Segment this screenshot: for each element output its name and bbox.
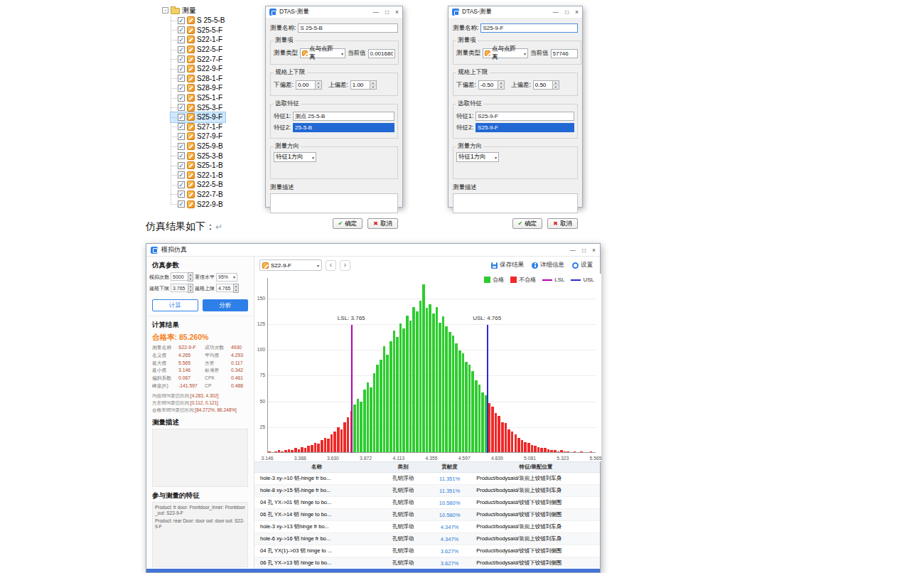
lower-dev-spinner[interactable]: 0.00 ▲▼: [296, 80, 322, 90]
settings-button[interactable]: 设置: [570, 261, 595, 269]
close-button[interactable]: ×: [575, 9, 579, 16]
spinner-arrows-icon[interactable]: ▲▼: [370, 80, 377, 90]
ok-button[interactable]: ✔ 确定: [512, 218, 543, 229]
lower-dev-spinner[interactable]: -0.50 ▲▼: [478, 80, 505, 90]
feature2-input[interactable]: S25-9-F: [476, 123, 574, 132]
measure-name-input[interactable]: [480, 23, 578, 33]
tree-item[interactable]: ✓S25-9-B: [171, 141, 226, 151]
tree-item[interactable]: ✓S22-9-B: [171, 199, 226, 209]
spinner-arrows-icon[interactable]: ▲▼: [233, 284, 239, 293]
direction-select[interactable]: 特征1方向 ▾: [456, 152, 499, 162]
direction-select[interactable]: 特征1方向 ▾: [274, 152, 316, 162]
measure-desc-textarea[interactable]: [453, 193, 578, 213]
tree-item[interactable]: ✓S22-9-F: [171, 64, 225, 74]
tree-item[interactable]: ✓S22-7-F: [171, 54, 225, 64]
maximize-button[interactable]: □: [582, 247, 586, 254]
tree-item[interactable]: ✓S22-1-B: [171, 171, 226, 181]
spinner-arrows-icon[interactable]: ▲▼: [188, 284, 193, 293]
current-value-input[interactable]: [551, 49, 578, 58]
checkbox-checked-icon[interactable]: ✓: [178, 143, 185, 150]
checkbox-checked-icon[interactable]: ✓: [178, 200, 185, 208]
tree-item[interactable]: ✓S28-1-F: [171, 74, 225, 84]
minimize-button[interactable]: —: [372, 9, 379, 16]
checkbox-checked-icon[interactable]: ✓: [178, 95, 185, 102]
table-row[interactable]: hole-3 xy->13 销hinge fr bo...孔销浮动4.347%P…: [254, 521, 600, 533]
tree-item[interactable]: ✓S27-9-F: [171, 132, 225, 141]
tree-item[interactable]: ✓S22-7-B: [171, 190, 226, 200]
spec-lower-spinner[interactable]: 3.765 ▲▼: [171, 284, 193, 293]
sim-count-spinner[interactable]: 5000 ▲▼: [171, 272, 193, 282]
measure-desc-textarea[interactable]: [270, 193, 398, 213]
tree-item[interactable]: ✓S28-9-F: [171, 83, 225, 93]
spinner-arrows-icon[interactable]: ▲▼: [552, 80, 559, 90]
table-row[interactable]: 06 孔 YX->14 销 hinge to bo...孔销浮动10.580%P…: [254, 509, 600, 521]
measure-type-select[interactable]: 点与点距离 ▾: [483, 48, 528, 58]
checkbox-checked-icon[interactable]: ✓: [178, 46, 185, 53]
checkbox-checked-icon[interactable]: ✓: [178, 65, 185, 73]
detail-info-button[interactable]: 详细信息: [530, 261, 566, 269]
feature1-input[interactable]: [293, 112, 394, 121]
checkbox-checked-icon[interactable]: ✓: [178, 17, 185, 24]
checkbox-checked-icon[interactable]: ✓: [178, 123, 185, 130]
tree-item[interactable]: ✓S25-1-F: [171, 93, 225, 103]
tree-item[interactable]: ✓S22-1-F: [171, 35, 225, 45]
tree-item[interactable]: ✓S27-1-F: [171, 122, 225, 132]
save-results-button[interactable]: 保存结果: [489, 261, 526, 269]
tree-root[interactable]: - 测量: [162, 5, 262, 16]
checkbox-checked-icon[interactable]: ✓: [178, 75, 185, 82]
checkbox-checked-icon[interactable]: ✓: [178, 162, 185, 169]
tree-item[interactable]: ✓S25-5-F: [171, 26, 225, 36]
checkbox-checked-icon[interactable]: ✓: [178, 114, 185, 121]
cancel-button[interactable]: ✖ 取消: [547, 218, 578, 229]
table-row[interactable]: 04 孔 YX(1)->03 销 hinge to ...孔销浮动3.627%P…: [254, 545, 600, 557]
feature2-input[interactable]: 25-5-B: [293, 123, 394, 132]
tree-item[interactable]: ✓S22-5-F: [171, 45, 225, 55]
checkbox-checked-icon[interactable]: ✓: [178, 55, 185, 63]
spinner-arrows-icon[interactable]: ▲▼: [498, 80, 505, 90]
analyze-button[interactable]: 分析: [203, 299, 249, 311]
tree-item[interactable]: ✓S25-9-F: [171, 112, 225, 122]
spinner-arrows-icon[interactable]: ▲▼: [315, 80, 322, 90]
table-row[interactable]: hole-3 xy->10 销-hinge fr bo...孔销浮动11.351…: [254, 473, 600, 485]
checkbox-checked-icon[interactable]: ✓: [178, 133, 185, 140]
upper-dev-spinner[interactable]: 1.00 ▲▼: [350, 80, 377, 90]
ok-button[interactable]: ✔ 确定: [333, 218, 363, 229]
dialog-titlebar[interactable]: DTAS-测量 — □ ×: [448, 6, 582, 18]
measurement-select[interactable]: S22-9-F ▾: [259, 259, 322, 271]
expander-icon[interactable]: -: [162, 7, 168, 14]
feature1-input[interactable]: [476, 112, 574, 121]
checkbox-checked-icon[interactable]: ✓: [178, 26, 185, 33]
confidence-select[interactable]: 95% ▾: [216, 273, 237, 282]
table-row[interactable]: hole-8 xy->15 销-hinge fr bo...孔销浮动11.351…: [254, 485, 600, 497]
tree-item[interactable]: ✓S25-3-F: [171, 102, 225, 112]
spinner-arrows-icon[interactable]: ▲▼: [188, 272, 193, 282]
maximize-button[interactable]: □: [565, 9, 569, 16]
close-button[interactable]: ×: [395, 9, 399, 16]
table-row[interactable]: 04 孔 YX->01 销 hinge to bo...孔销浮动10.580%P…: [254, 497, 600, 509]
calculate-button[interactable]: 计算: [152, 299, 198, 311]
tree-item[interactable]: ✓S25-1-B: [171, 161, 226, 171]
tree-item[interactable]: ✓S 25-5-B: [171, 16, 227, 26]
tree-item[interactable]: ✓S25-3-B: [171, 151, 226, 161]
tree-item[interactable]: ✓S22-5-B: [171, 180, 226, 190]
close-button[interactable]: ×: [592, 247, 596, 254]
spec-upper-spinner[interactable]: 4.765 ▲▼: [216, 284, 239, 293]
dialog-titlebar[interactable]: DTAS-测量 — □ ×: [266, 6, 402, 18]
checkbox-checked-icon[interactable]: ✓: [178, 171, 185, 178]
upper-dev-spinner[interactable]: 0.50 ▲▼: [533, 80, 559, 90]
checkbox-checked-icon[interactable]: ✓: [178, 85, 185, 92]
checkbox-checked-icon[interactable]: ✓: [178, 191, 185, 198]
next-measure-button[interactable]: ›: [340, 260, 350, 271]
cancel-button[interactable]: ✖ 取消: [367, 218, 398, 229]
prev-measure-button[interactable]: ‹: [326, 260, 336, 271]
selected-row-highlight[interactable]: [146, 569, 600, 572]
table-row[interactable]: 06 孔 YX->13 销 hinge to bo...孔销浮动3.627%Pr…: [254, 557, 600, 569]
maximize-button[interactable]: □: [385, 9, 389, 16]
measure-name-input[interactable]: [298, 23, 398, 33]
current-value-input[interactable]: [368, 49, 395, 58]
checkbox-checked-icon[interactable]: ✓: [178, 36, 185, 43]
checkbox-checked-icon[interactable]: ✓: [178, 104, 185, 111]
minimize-button[interactable]: —: [552, 9, 559, 16]
checkbox-checked-icon[interactable]: ✓: [178, 181, 185, 188]
window-titlebar[interactable]: 模拟仿真 — □ ×: [146, 244, 600, 257]
